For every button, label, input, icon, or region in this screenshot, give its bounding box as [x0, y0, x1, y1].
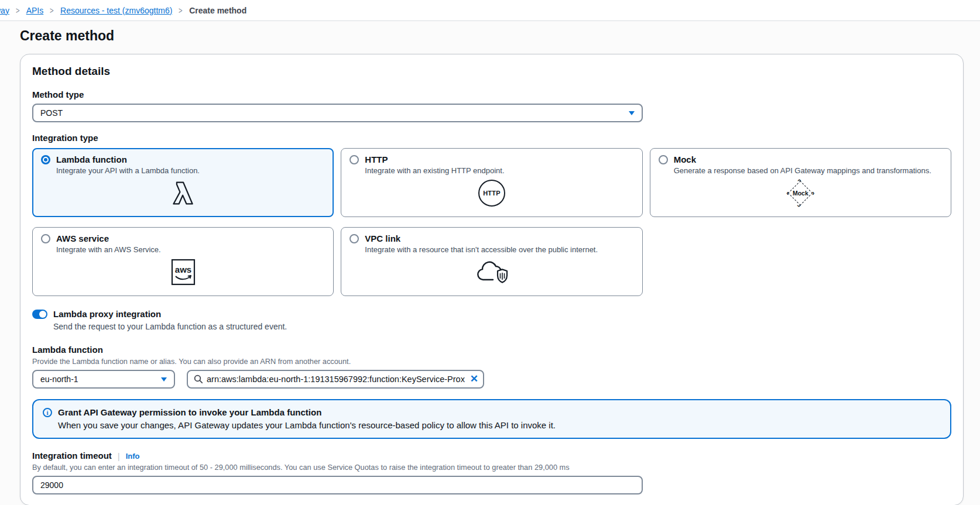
vpc-link-icon — [475, 259, 508, 286]
tile-description: Integrate with an existing HTTP endpoint… — [365, 166, 633, 176]
integration-type-tiles: Lambda function Integrate your API with … — [32, 148, 951, 296]
integration-timeout-description: By default, you can enter an integration… — [32, 462, 951, 472]
http-icon-text: HTTP — [483, 190, 501, 197]
tile-aws-service[interactable]: AWS service Integrate with an AWS Servic… — [32, 227, 334, 296]
radio-unselected-icon[interactable] — [41, 234, 50, 243]
chevron-down-icon — [161, 377, 167, 382]
chevron-down-icon — [629, 111, 635, 115]
radio-unselected-icon[interactable] — [349, 234, 359, 243]
method-details-card: Method details Method type POST Integrat… — [20, 54, 964, 505]
alert-title: Grant API Gateway permission to invoke y… — [58, 406, 556, 419]
tile-vpc-link[interactable]: VPC link Integrate with a resource that … — [341, 227, 642, 296]
region-select[interactable]: eu-north-1 — [32, 370, 175, 389]
region-value: eu-north-1 — [40, 375, 161, 384]
lambda-proxy-label: Lambda proxy integration — [53, 309, 161, 320]
label-divider: | — [118, 451, 120, 461]
lambda-proxy-toggle[interactable] — [32, 310, 47, 319]
tile-lambda-function[interactable]: Lambda function Integrate your API with … — [32, 148, 334, 217]
alert-body: When you save your changes, API Gateway … — [58, 419, 556, 432]
lambda-arn-input[interactable] — [207, 375, 467, 384]
tile-mock[interactable]: Mock Generate a response based on API Ga… — [650, 148, 951, 217]
lambda-arn-searchbox: ✕ — [187, 370, 484, 389]
integration-type-label: Integration type — [32, 133, 951, 143]
breadcrumb-api-gateway-partial[interactable]: way — [0, 6, 9, 15]
method-type-select[interactable]: POST — [32, 104, 643, 122]
integration-timeout-label: Integration timeout — [32, 451, 112, 461]
clear-icon[interactable]: ✕ — [470, 375, 478, 384]
tile-title: HTTP — [365, 154, 388, 164]
tile-title: Mock — [674, 154, 696, 164]
lambda-function-label: Lambda function — [32, 345, 951, 355]
http-icon: HTTP — [478, 180, 505, 207]
breadcrumb-current: Create method — [189, 6, 246, 15]
method-type-label: Method type — [32, 90, 951, 100]
radio-unselected-icon[interactable] — [659, 155, 668, 164]
chevron-right-icon: > — [179, 5, 183, 15]
method-type-value: POST — [40, 108, 629, 118]
chevron-right-icon: > — [50, 5, 54, 15]
integration-timeout-input[interactable] — [32, 476, 643, 494]
search-icon — [194, 375, 203, 384]
breadcrumb-resources[interactable]: Resources - test (zmv6ogttm6) — [60, 6, 172, 15]
breadcrumb-apis[interactable]: APIs — [26, 6, 44, 15]
page-title: Create method — [20, 27, 980, 44]
tile-description: Integrate your API with a Lambda functio… — [56, 166, 325, 176]
info-icon: i — [43, 408, 52, 417]
tile-description: Integrate with an AWS Service. — [56, 245, 325, 255]
tile-title: VPC link — [365, 233, 400, 243]
card-heading: Method details — [32, 64, 951, 79]
aws-icon: aws — [171, 259, 196, 286]
mock-icon: ‹› ›› Mock — [785, 179, 815, 207]
lambda-proxy-description: Send the request to your Lambda function… — [53, 321, 951, 332]
permission-alert: i Grant API Gateway permission to invoke… — [32, 399, 951, 439]
tile-description: Integrate with a resource that isn't acc… — [365, 245, 633, 255]
integration-timeout-info-link[interactable]: Info — [126, 452, 140, 461]
tile-description: Generate a response based on API Gateway… — [674, 166, 943, 176]
radio-selected-icon[interactable] — [41, 155, 50, 164]
mock-icon-text: Mock — [793, 190, 808, 197]
tile-http[interactable]: HTTP Integrate with an existing HTTP end… — [341, 148, 642, 217]
breadcrumb: way > APIs > Resources - test (zmv6ogttm… — [0, 0, 980, 21]
lambda-icon — [168, 179, 198, 207]
tile-title: AWS service — [56, 233, 109, 243]
lambda-function-description: Provide the Lambda function name or alia… — [32, 356, 951, 366]
svg-text:aws: aws — [174, 264, 191, 274]
chevron-right-icon: > — [16, 5, 20, 15]
tile-title: Lambda function — [56, 154, 127, 164]
radio-unselected-icon[interactable] — [349, 155, 359, 164]
